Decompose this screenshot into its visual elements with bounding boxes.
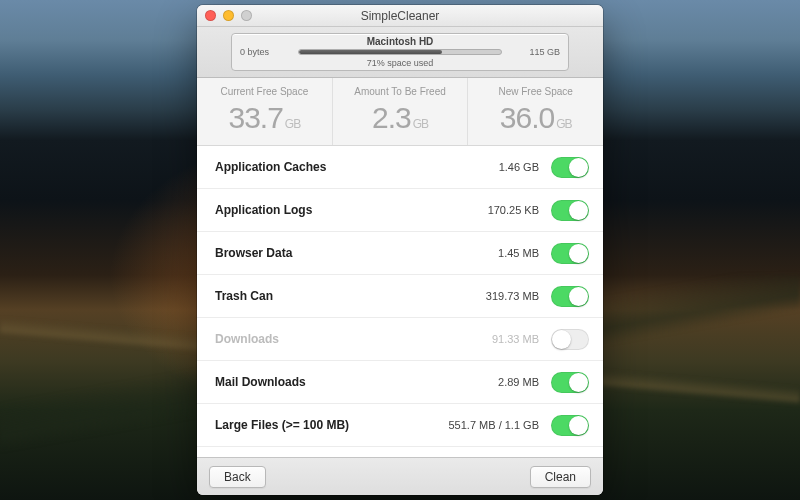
item-size: 170.25 KB: [488, 204, 539, 216]
stat-value: 2.3GB: [337, 101, 464, 135]
list-item: Browser Data1.45 MB: [197, 232, 603, 275]
item-name: Trash Can: [215, 289, 486, 303]
stat-label: Current Free Space: [201, 86, 328, 97]
disk-min-label: 0 bytes: [240, 47, 292, 57]
disk-usage-panel: Macintosh HD 0 bytes 115 GB 71% space us…: [231, 33, 569, 71]
item-toggle[interactable]: [551, 243, 589, 264]
item-size: 551.7 MB / 1.1 GB: [449, 419, 540, 431]
list-item: Application Caches1.46 GB: [197, 146, 603, 189]
list-item: Trash Can319.73 MB: [197, 275, 603, 318]
item-toggle[interactable]: [551, 415, 589, 436]
stat-value: 36.0GB: [472, 101, 599, 135]
disk-max-label: 115 GB: [508, 47, 560, 57]
disk-used-pct: 71% space used: [240, 58, 560, 68]
disk-usage-fill: [299, 50, 442, 54]
item-name: Browser Data: [215, 246, 498, 260]
titlebar[interactable]: SimpleCleaner: [197, 5, 603, 27]
cleanup-list: Application Caches1.46 GBApplication Log…: [197, 146, 603, 457]
footer-bar: Back Clean: [197, 457, 603, 495]
item-size: 1.46 GB: [499, 161, 539, 173]
item-size: 2.89 MB: [498, 376, 539, 388]
window-title: SimpleCleaner: [197, 9, 603, 23]
item-name: Mail Downloads: [215, 375, 498, 389]
item-name: Application Caches: [215, 160, 499, 174]
item-size: 319.73 MB: [486, 290, 539, 302]
item-toggle[interactable]: [551, 200, 589, 221]
disk-toolbar: Macintosh HD 0 bytes 115 GB 71% space us…: [197, 27, 603, 78]
back-button[interactable]: Back: [209, 466, 266, 488]
list-item: Application Logs170.25 KB: [197, 189, 603, 232]
list-item: Duplicates4.5 MB / 60.5 MB: [197, 447, 603, 457]
item-name: Application Logs: [215, 203, 488, 217]
stat-label: New Free Space: [472, 86, 599, 97]
stat-to-free: Amount To Be Freed 2.3GB: [333, 78, 469, 145]
app-window: SimpleCleaner Macintosh HD 0 bytes 115 G…: [197, 5, 603, 495]
item-size: 91.33 MB: [492, 333, 539, 345]
clean-button[interactable]: Clean: [530, 466, 591, 488]
list-item: Downloads91.33 MB: [197, 318, 603, 361]
item-toggle[interactable]: [551, 372, 589, 393]
item-name: Large Files (>= 100 MB): [215, 418, 449, 432]
list-item: Large Files (>= 100 MB)551.7 MB / 1.1 GB: [197, 404, 603, 447]
item-toggle[interactable]: [551, 329, 589, 350]
list-item: Mail Downloads2.89 MB: [197, 361, 603, 404]
stat-value: 33.7GB: [201, 101, 328, 135]
stat-label: Amount To Be Freed: [337, 86, 464, 97]
item-toggle[interactable]: [551, 286, 589, 307]
disk-usage-bar: [298, 49, 502, 55]
space-stats: Current Free Space 33.7GB Amount To Be F…: [197, 78, 603, 146]
desktop-wallpaper: SimpleCleaner Macintosh HD 0 bytes 115 G…: [0, 0, 800, 500]
item-size: 1.45 MB: [498, 247, 539, 259]
stat-new-free: New Free Space 36.0GB: [468, 78, 603, 145]
item-toggle[interactable]: [551, 157, 589, 178]
item-name: Downloads: [215, 332, 492, 346]
stat-current-free: Current Free Space 33.7GB: [197, 78, 333, 145]
disk-name: Macintosh HD: [240, 36, 560, 47]
